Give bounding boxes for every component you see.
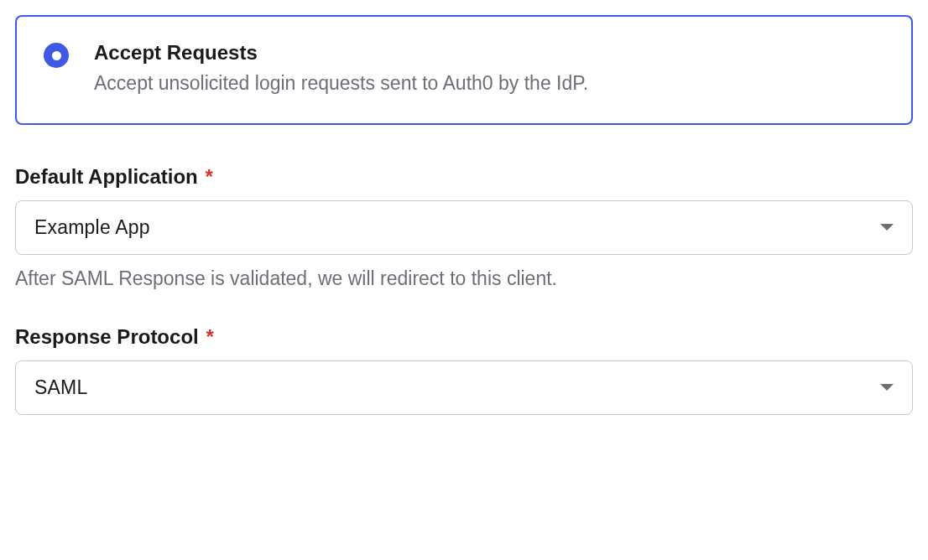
required-indicator: *	[206, 325, 213, 348]
label-text: Default Application	[15, 165, 198, 188]
default-application-label: Default Application *	[15, 165, 913, 189]
radio-content: Accept Requests Accept unsolicited login…	[94, 41, 588, 96]
radio-title: Accept Requests	[94, 41, 588, 65]
select-value: Example App	[34, 216, 150, 239]
select-value: SAML	[34, 376, 87, 399]
required-indicator: *	[205, 165, 212, 188]
default-application-field: Default Application * Example App After …	[15, 165, 913, 292]
response-protocol-label: Response Protocol *	[15, 325, 913, 349]
label-text: Response Protocol	[15, 325, 199, 348]
radio-button-selected[interactable]	[44, 43, 69, 68]
response-protocol-select[interactable]: SAML	[15, 360, 913, 415]
accept-requests-card[interactable]: Accept Requests Accept unsolicited login…	[15, 15, 913, 125]
chevron-down-icon	[880, 384, 894, 391]
chevron-down-icon	[880, 224, 894, 231]
default-application-select[interactable]: Example App	[15, 200, 913, 255]
radio-description: Accept unsolicited login requests sent t…	[94, 71, 588, 96]
default-application-helper: After SAML Response is validated, we wil…	[15, 267, 913, 292]
radio-inner-dot	[52, 51, 61, 60]
response-protocol-field: Response Protocol * SAML	[15, 325, 913, 415]
